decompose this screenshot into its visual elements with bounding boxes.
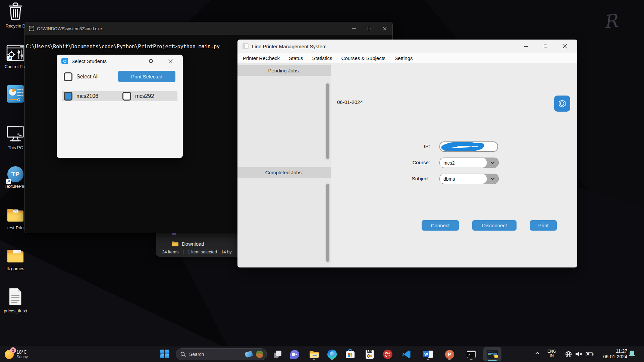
pie-chart-tile-icon — [7, 85, 24, 103]
file-explorer-button[interactable] — [307, 348, 321, 361]
chevron-down-icon — [490, 162, 495, 164]
search-highlight-image — [256, 351, 263, 358]
weather-widget[interactable]: 2 18°C Sunny — [5, 347, 28, 362]
menu-settings[interactable]: Settings — [394, 55, 413, 61]
taskbar: 2 18°C Sunny Search — [0, 346, 644, 362]
student-item: mcs292 — [122, 92, 154, 101]
subject-dropdown[interactable]: dbms — [439, 174, 499, 184]
search-icon — [180, 352, 186, 357]
running-indicator — [448, 359, 451, 360]
menu-printer-recheck[interactable]: Printer ReCheck — [243, 55, 280, 61]
language-line2: IN — [550, 354, 554, 358]
folder-icon — [7, 207, 24, 223]
close-button[interactable] — [377, 22, 392, 35]
minimize-button[interactable] — [122, 55, 141, 67]
completed-jobs-header: Completed Jobs: — [237, 167, 331, 178]
network-button[interactable] — [565, 351, 572, 358]
task-view-button[interactable] — [271, 348, 284, 361]
desktop-icon-folder-tk-games[interactable]: tk games — [0, 248, 31, 271]
powerpoint-button[interactable]: P — [443, 348, 456, 361]
search-box[interactable]: Search — [176, 348, 267, 360]
student-checkbox-mcs2106[interactable] — [64, 92, 72, 101]
close-button[interactable] — [555, 40, 575, 53]
cmd-title-bar[interactable]: C:\ C:\WINDOWS\system32\cmd.exe — [25, 22, 392, 35]
running-indicator — [427, 359, 429, 360]
maximize-button[interactable] — [536, 40, 555, 53]
menu-status[interactable]: Status — [289, 55, 303, 61]
temperature: 18°C — [16, 349, 28, 355]
menu-statistics[interactable]: Statistics — [312, 55, 332, 61]
terminal-button[interactable]: >_ — [465, 348, 478, 361]
printer-main-area: 06-01-2024 IP: Course: mcs2 — [331, 63, 577, 267]
dropdown-button[interactable] — [487, 158, 498, 168]
printer-window-title: Line Printer Management System — [252, 44, 327, 49]
student-checkbox-mcs292[interactable] — [122, 92, 131, 101]
edge-button[interactable] — [325, 348, 339, 361]
speaker-muted-icon — [575, 351, 583, 357]
course-value: mcs2 — [440, 158, 487, 168]
chat-button[interactable] — [288, 348, 301, 361]
minimize-button[interactable] — [516, 40, 536, 53]
date-label: 06-01-2024 — [337, 99, 363, 105]
explorer-row-download[interactable]: Download — [172, 241, 204, 247]
printer-settings-button[interactable] — [554, 96, 570, 112]
battery-button[interactable] — [586, 351, 594, 357]
svg-text:C:\: C:\ — [30, 27, 33, 29]
select-all-row: Select All — [64, 72, 99, 81]
student-label: mcs292 — [135, 93, 154, 99]
python-app-button-active[interactable] — [483, 347, 501, 361]
ms-app-button[interactable]: MS — [363, 348, 376, 361]
texturepacker-icon: TP — [7, 166, 23, 182]
course-dropdown[interactable]: mcs2 — [439, 158, 499, 168]
maximize-button[interactable] — [141, 55, 161, 67]
print-button[interactable]: Print — [530, 220, 557, 231]
completed-jobs-scrollbar[interactable] — [325, 183, 330, 263]
folder-icon — [172, 241, 179, 247]
scrollbar-thumb[interactable] — [326, 184, 329, 262]
ip-input[interactable] — [439, 141, 498, 152]
menu-courses-subjects[interactable]: Courses & Subjects — [341, 55, 386, 61]
printer-title-bar[interactable]: Line Printer Management System — [237, 40, 577, 53]
course-label: Course: — [412, 160, 430, 165]
dev-cpp-button[interactable]: DEVC++ — [381, 348, 394, 361]
volume-button[interactable] — [575, 351, 583, 357]
pending-jobs-scrollbar[interactable] — [325, 82, 330, 160]
terminal-icon: >_ — [467, 351, 476, 358]
language-indicator[interactable]: ENG IN — [547, 349, 556, 358]
subject-value: dbms — [440, 174, 487, 184]
running-indicator — [331, 359, 333, 360]
connect-button[interactable]: Connect — [422, 220, 459, 231]
chat-icon — [290, 350, 299, 359]
select-all-checkbox[interactable] — [64, 72, 72, 81]
tray-chevron-button[interactable] — [535, 351, 540, 355]
jobs-panel: Pending Jobs: Completed Jobs: — [237, 63, 331, 267]
student-item: mcs2106 — [64, 92, 98, 101]
desktop-icon-prices-txt[interactable]: prices_tk.txt — [0, 288, 31, 313]
word-button[interactable]: W — [421, 348, 435, 361]
clock[interactable]: 11:27 06-01-2024 — [603, 348, 627, 360]
close-icon — [383, 27, 387, 31]
vscode-button[interactable] — [400, 348, 413, 361]
chevron-up-icon — [535, 351, 540, 355]
explorer-status-bar: 24 items | 1 item selected 14 by — [162, 249, 232, 254]
disconnect-button[interactable]: Disconnect — [472, 220, 517, 231]
shortcut-arrow-icon — [6, 179, 11, 184]
ms-store-button[interactable] — [343, 348, 357, 361]
scrollbar-thumb[interactable] — [326, 83, 329, 159]
python-app-icon — [487, 350, 498, 359]
tray-date: 06-01-2024 — [603, 354, 627, 360]
maximize-button[interactable] — [362, 22, 377, 35]
dialog-title-bar[interactable]: Select Students — [57, 55, 183, 67]
close-icon — [168, 59, 173, 63]
dropdown-button[interactable] — [487, 174, 498, 184]
minimize-button[interactable] — [346, 22, 362, 35]
line-printer-window: Line Printer Management System Printer R… — [237, 40, 577, 267]
sunny-weather-icon: 2 — [5, 350, 14, 359]
close-button[interactable] — [161, 55, 180, 67]
start-button[interactable] — [160, 350, 169, 358]
vscode-icon — [402, 350, 411, 359]
notifications-button[interactable] — [628, 350, 636, 359]
explorer-item-name: Download — [182, 241, 204, 247]
students-row: mcs2106 mcs292 — [62, 91, 177, 101]
print-selected-button[interactable]: Print Selected — [118, 71, 175, 82]
